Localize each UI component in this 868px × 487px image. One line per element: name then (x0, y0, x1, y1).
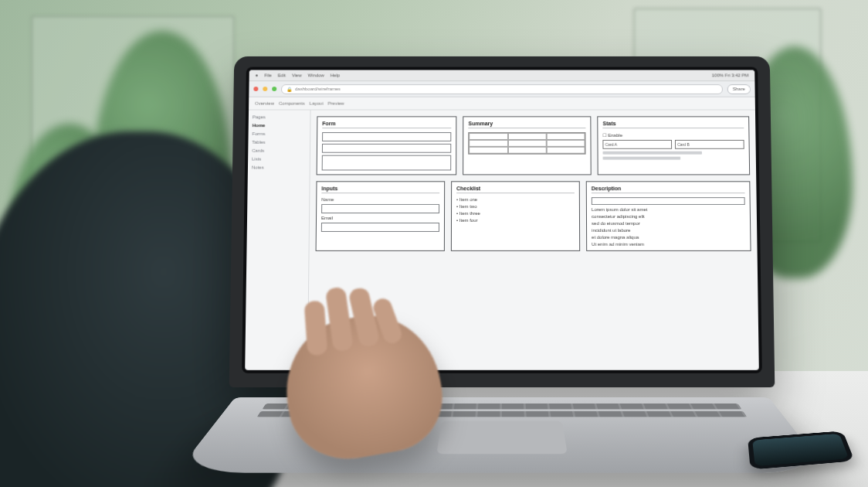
tab[interactable]: Layout (310, 101, 324, 106)
menu-item[interactable]: View (292, 73, 302, 77)
wf-listitem: • Item two (456, 204, 575, 209)
card-title: Description (592, 186, 745, 193)
wf-listitem: • Item three (456, 211, 575, 216)
wf-input (322, 144, 452, 153)
wf-listitem: • Item one (456, 197, 575, 202)
wf-text: et dolore magna aliqua (592, 235, 745, 240)
lock-icon: 🔒 (287, 87, 292, 92)
menu-item[interactable]: Edit (278, 73, 286, 77)
app-toolbar: Overview Components Layout Preview (249, 97, 755, 111)
sidebar-item[interactable]: Notes (252, 165, 306, 170)
sidebar-heading: Pages (253, 114, 307, 119)
wf-card-form[interactable]: Form (317, 116, 457, 175)
wf-label: Email (321, 216, 439, 220)
sidebar-item[interactable]: Lists (252, 157, 306, 162)
wf-text: sed do eiusmod tempor (592, 221, 745, 226)
close-icon[interactable] (253, 87, 258, 91)
card-title: Form (322, 121, 451, 128)
wf-card-checklist[interactable]: Checklist • Item one • Item two • Item t… (451, 181, 580, 251)
sidebar-item[interactable]: Forms (253, 131, 307, 136)
menu-item[interactable]: Window (308, 73, 324, 77)
menubar-status: 100% Fri 3:42 PM (712, 73, 749, 77)
wf-card-description[interactable]: Description Lorem ipsum dolor sit amet c… (586, 181, 751, 251)
sidebar: Pages Home Forms Tables Cards Lists Note… (245, 111, 310, 370)
browser-chrome: 🔒 dashboard/wireframes Share (249, 81, 754, 97)
wf-checkbox-row: ☐ Enable (603, 132, 744, 138)
card-title: Inputs (321, 186, 439, 193)
photo-scene: ● File Edit View Window Help 100% Fri 3:… (0, 0, 868, 487)
wf-text: Lorem ipsum dolor sit amet (592, 207, 745, 212)
apple-icon: ● (256, 73, 259, 77)
card-title: Summary (469, 121, 586, 128)
wf-field (592, 197, 745, 205)
sidebar-item[interactable]: Cards (252, 148, 306, 153)
tab[interactable]: Preview (328, 101, 344, 106)
card-title: Checklist (456, 186, 575, 193)
wf-text: Ut enim ad minim veniam (592, 242, 745, 247)
sidebar-item[interactable]: Tables (252, 140, 306, 145)
laptop-base (176, 397, 828, 473)
trackpad (436, 421, 568, 455)
share-button[interactable]: Share (727, 84, 751, 94)
wf-input (321, 223, 439, 232)
address-bar[interactable]: 🔒 dashboard/wireframes (281, 84, 723, 94)
wf-text: incididunt ut labore (592, 228, 745, 233)
minimize-icon[interactable] (263, 87, 267, 91)
wf-card-stats[interactable]: Stats ☐ Enable Card A Card B (598, 116, 751, 175)
menu-item[interactable]: Help (331, 73, 340, 77)
wf-minicard: Card A (603, 140, 673, 149)
wf-listitem: • Item four (456, 218, 575, 223)
maximize-icon[interactable] (272, 87, 276, 91)
wf-input (321, 204, 439, 213)
wf-minicard: Card B (675, 140, 744, 149)
wf-textarea (322, 155, 452, 171)
tab[interactable]: Components (279, 101, 305, 106)
tab[interactable]: Overview (255, 101, 274, 106)
wf-card-inputs[interactable]: Inputs Name Email (316, 181, 446, 251)
wf-text: consectetur adipiscing elit (592, 214, 745, 219)
os-menubar: ● File Edit View Window Help 100% Fri 3:… (249, 70, 755, 82)
wf-label: Name (321, 197, 439, 202)
wf-card-summary[interactable]: Summary (463, 116, 592, 175)
card-title: Stats (603, 121, 744, 128)
wf-table (468, 132, 585, 155)
sidebar-item[interactable]: Home (253, 123, 307, 128)
menu-item[interactable]: File (264, 73, 272, 77)
wf-input (322, 132, 452, 141)
url-text: dashboard/wireframes (295, 87, 341, 91)
